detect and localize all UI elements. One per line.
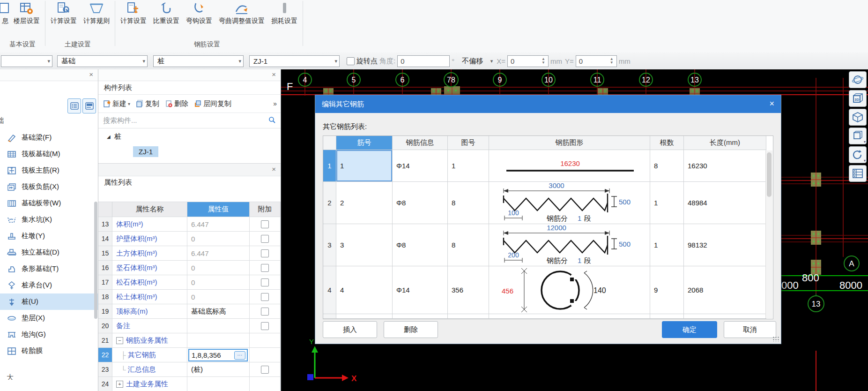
sidebar-item-column-pier[interactable]: 柱墩(Y) <box>0 228 98 244</box>
attach-checkbox[interactable] <box>261 220 269 228</box>
floor-copy-button[interactable]: 层间复制 <box>194 99 231 108</box>
attach-checkbox[interactable] <box>261 264 269 272</box>
table-scrollbar[interactable] <box>765 150 772 318</box>
ribbon-button-calc-settings-civil[interactable]: 计算设置 <box>47 1 80 28</box>
element-dropdown[interactable]: ZJ-1▾ <box>249 55 340 67</box>
y-spinner[interactable]: ▲▼ <box>610 57 614 65</box>
ribbon-button-density-settings[interactable]: 比重设置 <box>150 1 183 28</box>
expand-icon[interactable]: + <box>116 381 123 388</box>
attach-checkbox[interactable] <box>261 366 269 374</box>
rebar-info-cell[interactable]: Φ8 <box>393 224 448 266</box>
category-dropdown[interactable]: 基础▾ <box>57 55 148 67</box>
legend-button[interactable] <box>849 165 867 182</box>
copy-component-button[interactable]: 复制 <box>136 99 159 108</box>
ribbon-button-calc-rules[interactable]: 计算规则 <box>80 1 113 28</box>
sidebar-item-raft-foundation[interactable]: 筏板基础(M) <box>0 146 98 162</box>
header-diagram-no[interactable]: 图号 <box>448 136 489 150</box>
scrollbar-thumb[interactable] <box>767 152 772 197</box>
dialog-title-bar[interactable]: 编辑其它钢筋 × <box>315 95 781 113</box>
delete-button[interactable]: 删除 <box>384 321 438 338</box>
card-view-toggle[interactable] <box>82 98 96 113</box>
header-rebar-shape[interactable]: 钢筋图形 <box>489 136 650 150</box>
rebar-info-cell[interactable]: Φ14 <box>393 150 448 182</box>
toolbar-overflow-button[interactable]: » <box>273 100 277 107</box>
bar-no-cell[interactable]: 2 <box>336 182 393 224</box>
bar-no-cell[interactable]: 4 <box>336 266 393 314</box>
rebar-info-cell[interactable]: Φ8 <box>393 182 448 224</box>
header-length[interactable]: 长度(mm) <box>684 136 766 150</box>
ribbon-button-bend-adjust-settings[interactable]: 弯曲调整值设置 <box>215 1 268 28</box>
new-component-button[interactable]: 新建 ▾ <box>103 99 130 108</box>
sidebar-item-trench[interactable]: 地沟(G) <box>0 326 98 343</box>
property-panel-close-icon[interactable]: × <box>272 165 276 173</box>
resize-grip[interactable] <box>772 336 779 342</box>
attach-checkbox[interactable] <box>261 308 269 316</box>
quantity-cell[interactable]: 8 <box>650 150 684 182</box>
view-cube-button[interactable] <box>849 109 867 126</box>
sidebar-item-pile[interactable]: 桩(U) <box>0 293 98 310</box>
cancel-button[interactable]: 取消 <box>724 321 776 338</box>
attach-checkbox[interactable] <box>261 235 269 243</box>
sidebar-item-cushion-layer[interactable]: 垫层(X) <box>0 310 98 326</box>
tree-node-pile[interactable]: ◢ 桩 <box>107 132 121 141</box>
sidebar-scrollbar[interactable] <box>94 202 97 319</box>
tree-expander-icon[interactable]: ◢ <box>107 134 111 139</box>
sidebar-close-icon[interactable]: × <box>89 71 93 78</box>
more-options-button[interactable]: ⋯ <box>234 351 245 360</box>
delete-component-button[interactable]: 删除 <box>165 99 188 108</box>
ribbon-button-loss-settings[interactable]: 损耗设置 <box>268 1 301 28</box>
list-view-toggle[interactable] <box>67 98 81 113</box>
view-3d-button[interactable]: 3D <box>849 90 867 107</box>
ok-button[interactable]: 确定 <box>662 321 717 338</box>
header-bar-no[interactable]: 筋号 <box>336 136 393 150</box>
offset-mode-dropdown[interactable]: 不偏移▾ <box>458 55 495 67</box>
sidebar-item-foundation-strip[interactable]: 基础板带(W) <box>0 195 98 211</box>
sidebar-item-pile-cap[interactable]: 桩承台(V) <box>0 277 98 293</box>
bar-no-cell[interactable]: 1 <box>336 150 393 182</box>
ribbon-button-calc-settings-rebar[interactable]: 计算设置 <box>117 1 150 28</box>
ribbon-button-floor-settings[interactable]: 楼层设置 <box>10 1 43 28</box>
rotate-point-checkbox[interactable] <box>347 57 355 65</box>
sidebar-item-foundation-beam[interactable]: 基础梁(F) <box>0 129 98 146</box>
dialog-close-icon[interactable]: × <box>769 99 774 108</box>
component-search-field[interactable]: 搜索构件... <box>98 113 281 128</box>
y-input[interactable]: 0 ▲▼ <box>576 55 617 67</box>
length-cell[interactable]: 48984 <box>684 182 766 224</box>
attach-checkbox[interactable] <box>261 322 269 330</box>
diagram-no-cell[interactable]: 8 <box>448 182 489 224</box>
diagram-no-cell[interactable]: 8 <box>448 224 489 266</box>
angle-input[interactable]: 0 <box>397 55 450 67</box>
rebar-shape-zigzag[interactable]: 12000 500 200 钢筋分 1 段 <box>489 224 650 266</box>
length-cell[interactable]: 98132 <box>684 224 766 266</box>
tree-node-zj1[interactable]: ZJ-1 <box>133 146 158 157</box>
header-rebar-info[interactable]: 钢筋信息 <box>393 136 448 150</box>
orbit-view-button[interactable] <box>849 71 867 88</box>
length-cell[interactable]: 2068 <box>684 266 766 314</box>
quantity-cell[interactable]: 1 <box>650 224 684 266</box>
x-spinner[interactable]: ▲▼ <box>542 57 545 65</box>
attach-checkbox[interactable] <box>261 249 269 257</box>
sidebar-item-brick-formwork[interactable]: 砖胎膜 <box>0 343 98 359</box>
diagram-no-cell[interactable]: 356 <box>448 266 489 314</box>
rotate-view-button[interactable]: ▾ <box>849 146 867 163</box>
type-dropdown[interactable]: 桩▾ <box>153 55 244 67</box>
rebar-shape-straight[interactable]: 16230 <box>489 150 650 182</box>
diagram-no-cell[interactable]: 1 <box>448 150 489 182</box>
x-input[interactable]: 0 ▲▼ <box>507 55 549 67</box>
sidebar-item-strip-footing[interactable]: 条形基础(T) <box>0 261 98 277</box>
empty-dropdown[interactable]: ▾ <box>1 55 52 67</box>
attach-checkbox[interactable] <box>261 293 269 301</box>
other-rebar-value-input[interactable]: 1,8,8,356 ⋯ <box>188 349 248 361</box>
rebar-shape-zigzag[interactable]: 3000 500 100 钢筋分 1 段 <box>489 182 650 224</box>
ribbon-button-info[interactable]: 息 <box>0 1 10 28</box>
rebar-shape-circle[interactable]: 456 140 <box>489 266 650 314</box>
quantity-cell[interactable]: 1 <box>650 182 684 224</box>
length-cell[interactable]: 16230 <box>684 150 766 182</box>
view-cube-dropdown-button[interactable]: ▾ <box>849 128 867 144</box>
component-panel-close-icon[interactable]: × <box>272 71 276 78</box>
quantity-cell[interactable]: 9 <box>650 266 684 314</box>
collapse-icon[interactable]: − <box>116 337 123 344</box>
bar-no-cell[interactable]: 3 <box>336 224 393 266</box>
sidebar-item-raft-negative-rebar[interactable]: 筏板负筋(X) <box>0 179 98 195</box>
ribbon-button-hook-settings[interactable]: 弯钩设置 <box>183 1 215 28</box>
